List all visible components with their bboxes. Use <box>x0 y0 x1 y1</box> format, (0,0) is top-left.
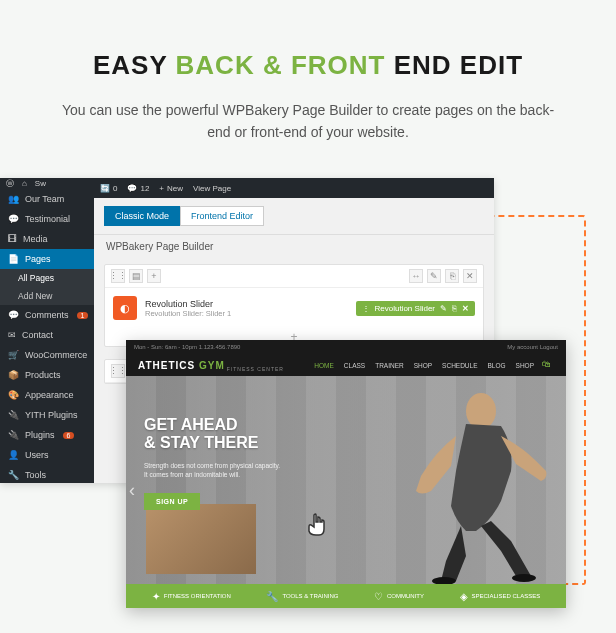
sidebar-item-woocommerce[interactable]: 🛒WooCommerce <box>0 345 94 365</box>
wp-admin-bar: ⓦ ⌂ Sw <box>0 178 94 189</box>
badge: 1 <box>77 312 89 319</box>
wp-logo-icon: ⓦ <box>6 178 14 189</box>
logo-part-b: GYM <box>199 360 225 371</box>
nav-schedule[interactable]: SCHEDULE <box>442 362 477 369</box>
hero-content: GET AHEAD & STAY THERE Strength does not… <box>126 376 346 584</box>
nav-shop[interactable]: SHOP <box>414 362 432 369</box>
athlete-image <box>366 376 566 584</box>
sidebar-item-appearance[interactable]: 🎨Appearance <box>0 385 94 405</box>
rs-pill-label: Revolution Slider <box>375 304 435 313</box>
sidebar-item-contact[interactable]: ✉Contact <box>0 325 94 345</box>
sidebar-sub-add-new[interactable]: Add New <box>0 287 94 305</box>
hero-sub-1: Strength does not come from physical cap… <box>144 461 346 470</box>
nav-blog[interactable]: BLOG <box>488 362 506 369</box>
menu-label: Users <box>25 450 49 460</box>
page-subtitle: You can use the powerful WPBakery Page B… <box>0 99 616 174</box>
classic-mode-tab[interactable]: Classic Mode <box>104 206 180 226</box>
frontend-preview: Mon - Sun: 6am - 10pm 1.123.456.7890 My … <box>126 340 566 608</box>
delete-icon[interactable]: ✕ <box>463 269 477 283</box>
menu-icon: 🔧 <box>8 470 19 480</box>
nav-trainer[interactable]: TRAINER <box>375 362 404 369</box>
frontend-editor-tab[interactable]: Frontend Editor <box>180 206 264 226</box>
sidebar-item-yith-plugins[interactable]: 🔌YITH Plugins <box>0 405 94 425</box>
menu-label: WooCommerce <box>25 350 87 360</box>
feature-specialised-classes[interactable]: ◈SPECIALISED CLASSES <box>460 591 541 602</box>
nav-shop[interactable]: SHOP <box>516 362 534 369</box>
svg-point-0 <box>466 393 496 429</box>
feature-label: SPECIALISED CLASSES <box>472 593 541 599</box>
fe-hero: ‹ GET AHEAD & STAY THERE Strength does n… <box>126 376 566 584</box>
sidebar-item-media[interactable]: 🎞Media <box>0 229 94 249</box>
menu-label: Tools <box>25 470 46 480</box>
menu-label: Testimonial <box>25 214 70 224</box>
new-link[interactable]: + New <box>159 184 183 193</box>
feature-fitness-orientation[interactable]: ✦FITNESS ORIENTATION <box>152 591 231 602</box>
drag-icon[interactable]: ⋮⋮ <box>111 364 125 378</box>
menu-icon: 📄 <box>8 254 19 264</box>
feature-icon: ♡ <box>374 591 383 602</box>
fe-topbar-right[interactable]: My account Logout <box>507 344 558 350</box>
view-page-link[interactable]: View Page <box>193 184 231 193</box>
fe-nav: HOMECLASSTRAINERSHOPSCHEDULEBLOGSHOP <box>314 362 534 369</box>
revolution-slider-element[interactable]: ◐ Revolution Slider Revolution Slider: S… <box>105 288 483 328</box>
sidebar-item-products[interactable]: 📦Products <box>0 365 94 385</box>
wp-sw[interactable]: Sw <box>35 179 46 188</box>
updates-icon[interactable]: 🔄 0 <box>100 184 117 193</box>
wpb-title: WPBakery Page Builder <box>94 234 494 258</box>
rs-pill-close-icon[interactable]: ✕ <box>462 304 469 313</box>
move-icon[interactable]: ↔ <box>409 269 423 283</box>
menu-label: Plugins <box>25 430 55 440</box>
menu-icon: 🎨 <box>8 390 19 400</box>
rs-title: Revolution Slider <box>145 299 348 309</box>
feature-label: FITNESS ORIENTATION <box>164 593 231 599</box>
slider-prev-arrow[interactable]: ‹ <box>129 480 135 501</box>
badge: 6 <box>63 432 75 439</box>
fe-feature-bar: ✦FITNESS ORIENTATION🔧TOOLS & TRAINING♡CO… <box>126 584 566 608</box>
menu-label: Pages <box>25 254 51 264</box>
cart-icon[interactable]: 🛍 <box>542 359 554 371</box>
heading-backfront: BACK & FRONT <box>176 50 386 80</box>
rs-pill-clone-icon[interactable]: ⎘ <box>452 304 457 313</box>
rs-pill[interactable]: ⋮ Revolution Slider ✎ ⎘ ✕ <box>356 301 475 316</box>
wp-home-icon[interactable]: ⌂ <box>22 179 27 188</box>
comments-icon[interactable]: 💬 12 <box>127 184 149 193</box>
sidebar-sub-all-pages[interactable]: All Pages <box>0 269 94 287</box>
sidebar-item-testimonial[interactable]: 💬Testimonial <box>0 209 94 229</box>
rs-sub: Revolution Slider: Slider 1 <box>145 309 348 318</box>
nav-home[interactable]: HOME <box>314 362 334 369</box>
menu-icon: 👥 <box>8 194 19 204</box>
sidebar-item-pages[interactable]: 📄Pages <box>0 249 94 269</box>
clone-icon[interactable]: ⎘ <box>445 269 459 283</box>
sidebar-item-tools[interactable]: 🔧Tools <box>0 465 94 485</box>
fe-topbar-left: Mon - Sun: 6am - 10pm 1.123.456.7890 <box>134 344 240 350</box>
fe-topbar: Mon - Sun: 6am - 10pm 1.123.456.7890 My … <box>126 340 566 354</box>
svg-point-2 <box>512 574 536 582</box>
menu-label: Contact <box>22 330 53 340</box>
sidebar-item-our-team[interactable]: 👥Our Team <box>0 189 94 209</box>
sidebar-item-comments[interactable]: 💬Comments1 <box>0 305 94 325</box>
column-icon[interactable]: ▤ <box>129 269 143 283</box>
menu-icon: 🔌 <box>8 410 19 420</box>
revslider-icon: ◐ <box>113 296 137 320</box>
edit-icon[interactable]: ✎ <box>427 269 441 283</box>
menu-label: Appearance <box>25 390 74 400</box>
signup-button[interactable]: SIGN UP <box>144 493 200 510</box>
nav-class[interactable]: CLASS <box>344 362 365 369</box>
rs-pill-edit-icon[interactable]: ✎ <box>440 304 447 313</box>
feature-icon: ◈ <box>460 591 468 602</box>
fe-logo[interactable]: ATHETICS GYM <box>138 360 225 371</box>
feature-community[interactable]: ♡COMMUNITY <box>374 591 424 602</box>
menu-icon: 👤 <box>8 450 19 460</box>
wp-admin-bar-right: 🔄 0 💬 12 + New View Page <box>94 178 494 198</box>
logo-part-a: ATHETICS <box>138 360 195 371</box>
menu-icon: 💬 <box>8 214 19 224</box>
hero-sub: Strength does not come from physical cap… <box>144 461 346 479</box>
feature-tools-training[interactable]: 🔧TOOLS & TRAINING <box>266 591 338 602</box>
sidebar-item-users[interactable]: 👤Users <box>0 445 94 465</box>
menu-label: Products <box>25 370 61 380</box>
add-icon[interactable]: + <box>147 269 161 283</box>
menu-icon: 🛒 <box>8 350 19 360</box>
drag-icon[interactable]: ⋮⋮ <box>111 269 125 283</box>
menu-label: Media <box>23 234 48 244</box>
sidebar-item-plugins[interactable]: 🔌Plugins6 <box>0 425 94 445</box>
